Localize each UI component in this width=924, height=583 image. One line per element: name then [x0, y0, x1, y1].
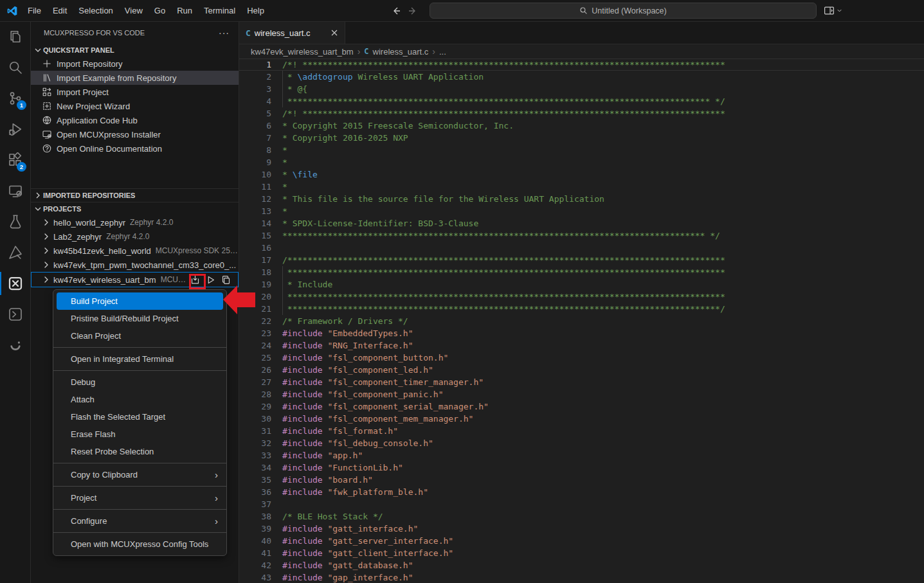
quickstart-item-open-mcuxpresso-installer[interactable]: Open MCUXpresso Installer	[31, 127, 239, 141]
project-row-kw47evk-wireless-uart-bm[interactable]: kw47evk_wireless_uart_bmMCUXpr...	[31, 272, 239, 287]
remote-explorer-activity-item[interactable]	[0, 175, 30, 206]
cmake-tools-activity-item[interactable]	[0, 237, 30, 268]
code-line-2[interactable]: 2 * \addtogroup Wireless UART Applicatio…	[239, 71, 924, 83]
code-line-17[interactable]: 17/*************************************…	[239, 254, 924, 266]
menu-edit[interactable]: Edit	[47, 0, 73, 21]
quickstart-item-import-repository[interactable]: Import Repository	[31, 57, 239, 71]
code-line-26[interactable]: 26#include "fsl_component_led.h"	[239, 364, 924, 376]
menu-item-reset-probe-selection[interactable]: Reset Probe Selection	[53, 443, 226, 460]
terminal-box-activity-item[interactable]	[0, 299, 30, 330]
code-line-39[interactable]: 39#include "gatt_interface.h"	[239, 523, 924, 535]
menu-item-erase-flash[interactable]: Erase Flash	[53, 426, 226, 443]
menu-item-open-with-mcuxpresso-config-tools[interactable]: Open with MCUXpresso Config Tools	[53, 535, 226, 553]
code-editor[interactable]: 1/*! ***********************************…	[239, 58, 924, 583]
layout-controls[interactable]	[824, 0, 843, 21]
explorer-activity-item[interactable]	[0, 21, 30, 52]
tab-wireless-uart-c[interactable]: C wireless_uart.c	[239, 21, 345, 44]
project-row-hello-world-zephyr[interactable]: hello_world_zephyrZephyr 4.2.0	[31, 215, 239, 229]
code-line-40[interactable]: 40#include "gatt_server_interface.h"	[239, 535, 924, 547]
menu-item-clean-project[interactable]: Clean Project	[53, 327, 226, 345]
code-line-31[interactable]: 31#include "fsl_format.h"	[239, 425, 924, 437]
code-line-3[interactable]: 3 * @{	[239, 83, 924, 95]
menu-run[interactable]: Run	[171, 0, 198, 21]
code-line-6[interactable]: 6* Copyright 2015 Freescale Semiconducto…	[239, 120, 924, 132]
code-line-12[interactable]: 12* This file is the source file for the…	[239, 193, 924, 205]
code-line-8[interactable]: 8*	[239, 144, 924, 156]
section-projects[interactable]: PROJECTS	[31, 202, 239, 215]
code-line-43[interactable]: 43#include "gap_interface.h"	[239, 571, 924, 583]
project-row-kw45b41zevk-hello-world[interactable]: kw45b41zevk_hello_worldMCUXpresso SDK 25…	[31, 244, 239, 258]
quickstart-item-open-online-documentation[interactable]: Open Online Documentation	[31, 141, 239, 156]
chevron-right-icon[interactable]	[41, 246, 51, 256]
breadcrumb-folder[interactable]: kw47evk_wireless_uart_bm	[251, 47, 354, 57]
project-row-kw47evk-tpm-pwm-twochannel-cm33-core0-[interactable]: kw47evk_tpm_pwm_twochannel_cm33_core0_..…	[31, 258, 239, 272]
code-line-34[interactable]: 34#include "FunctionLib.h"	[239, 462, 924, 474]
search-activity-item[interactable]	[0, 52, 30, 83]
code-line-30[interactable]: 30#include "fsl_component_mem_manager.h"	[239, 413, 924, 425]
code-line-7[interactable]: 7* Copyright 2016-2025 NXP	[239, 132, 924, 144]
code-line-16[interactable]: 16	[239, 242, 924, 254]
code-line-1[interactable]: 1/*! ***********************************…	[239, 58, 924, 71]
breadcrumb-symbol[interactable]: ...	[439, 47, 446, 57]
code-line-25[interactable]: 25#include "fsl_component_button.h"	[239, 352, 924, 364]
code-line-10[interactable]: 10* \file	[239, 168, 924, 181]
code-line-24[interactable]: 24#include "RNG_Interface.h"	[239, 339, 924, 352]
chevron-right-icon[interactable]	[41, 274, 51, 285]
code-line-38[interactable]: 38/* BLE Host Stack */	[239, 510, 924, 523]
section-imported-repositories[interactable]: IMPORTED REPOSITORIES	[31, 188, 239, 202]
menu-view[interactable]: View	[119, 0, 149, 21]
breadcrumb-file[interactable]: wireless_uart.c	[373, 47, 429, 57]
code-line-33[interactable]: 33#include "app.h"	[239, 449, 924, 462]
menu-go[interactable]: Go	[149, 0, 171, 21]
more-actions-icon[interactable]: ···	[219, 28, 230, 38]
forward-arrow-icon[interactable]	[408, 6, 418, 16]
menu-terminal[interactable]: Terminal	[198, 0, 241, 21]
command-center-search[interactable]: Untitled (Workspace)	[430, 3, 817, 19]
menu-selection[interactable]: Selection	[73, 0, 118, 21]
chevron-right-icon[interactable]	[41, 231, 51, 242]
section-quickstart-panel[interactable]: QUICKSTART PANEL	[31, 44, 239, 57]
menu-item-build-project[interactable]: Build Project	[57, 292, 223, 310]
test-beaker-activity-item[interactable]	[0, 206, 30, 237]
code-line-37[interactable]: 37	[239, 498, 924, 510]
code-line-18[interactable]: 18 *************************************…	[239, 266, 924, 278]
code-line-35[interactable]: 35#include "board.h"	[239, 474, 924, 486]
back-arrow-icon[interactable]	[391, 6, 401, 16]
code-line-36[interactable]: 36#include "fwk_platform_ble.h"	[239, 486, 924, 498]
code-line-9[interactable]: 9*	[239, 156, 924, 168]
code-line-5[interactable]: 5/*! ***********************************…	[239, 107, 924, 120]
customize-layout-icon[interactable]	[824, 5, 835, 16]
code-line-42[interactable]: 42#include "gatt_database.h"	[239, 559, 924, 571]
quickstart-item-import-project[interactable]: Import Project	[31, 85, 239, 99]
menu-item-configure[interactable]: Configure›	[53, 512, 226, 530]
menu-item-flash-the-selected-target[interactable]: Flash the Selected Target	[53, 408, 226, 426]
chevron-right-icon[interactable]	[41, 217, 51, 228]
code-line-22[interactable]: 22/* Framework / Drivers */	[239, 315, 924, 327]
menu-item-project[interactable]: Project›	[53, 489, 226, 507]
copy-icon[interactable]	[221, 274, 231, 285]
menu-file[interactable]: File	[22, 0, 47, 21]
menu-help[interactable]: Help	[241, 0, 270, 21]
code-line-32[interactable]: 32#include "fsl_debug_console.h"	[239, 437, 924, 449]
menu-item-pristine-build-rebuild-project[interactable]: Pristine Build/Rebuild Project	[53, 310, 226, 327]
menu-item-debug[interactable]: Debug	[53, 373, 226, 391]
chevron-right-icon[interactable]	[41, 260, 51, 270]
quickstart-item-application-code-hub[interactable]: Application Code Hub	[31, 113, 239, 127]
code-line-27[interactable]: 27#include "fsl_component_timer_manager.…	[239, 376, 924, 388]
code-line-13[interactable]: 13*	[239, 205, 924, 217]
code-line-11[interactable]: 11*	[239, 181, 924, 193]
code-line-21[interactable]: 21 *************************************…	[239, 303, 924, 315]
play-icon[interactable]	[205, 274, 216, 285]
code-line-15[interactable]: 15**************************************…	[239, 229, 924, 242]
code-line-19[interactable]: 19 * Include	[239, 278, 924, 291]
code-line-28[interactable]: 28#include "fsl_component_panic.h"	[239, 388, 924, 400]
menu-item-open-in-integrated-terminal[interactable]: Open in Integrated Terminal	[53, 350, 226, 368]
code-line-41[interactable]: 41#include "gatt_client_interface.h"	[239, 547, 924, 559]
quickstart-item-new-project-wizard[interactable]: New Project Wizard	[31, 99, 239, 113]
code-line-29[interactable]: 29#include "fsl_component_serial_manager…	[239, 400, 924, 413]
extensions-activity-item[interactable]: 2	[0, 145, 30, 175]
source-control-activity-item[interactable]: 1	[0, 83, 30, 114]
code-line-20[interactable]: 20 *************************************…	[239, 291, 924, 303]
code-line-14[interactable]: 14* SPDX-License-Identifier: BSD-3-Claus…	[239, 217, 924, 229]
project-row-Lab2-zephyr[interactable]: Lab2_zephyrZephyr 4.2.0	[31, 229, 239, 244]
